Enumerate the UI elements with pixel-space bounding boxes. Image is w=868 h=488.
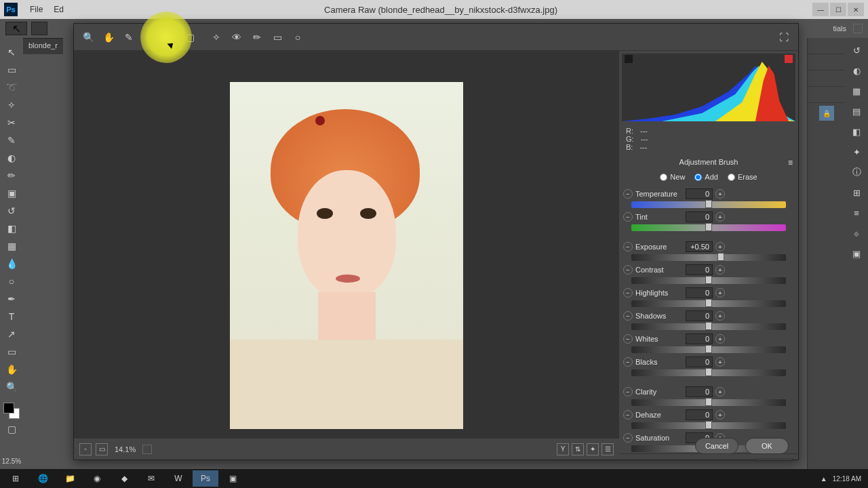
minus-icon[interactable]: − [623,433,633,443]
tray-up-icon[interactable]: ▲ [821,475,827,483]
stamp-tool[interactable]: ▣ [3,186,20,201]
menu-edit[interactable]: Ed [48,5,69,14]
slider-value[interactable]: 0 [686,211,713,222]
minus-icon[interactable]: − [623,288,633,298]
zoom-out-button[interactable]: ▫ [79,443,92,455]
mode-new[interactable]: New [660,173,685,181]
slider-track-whites[interactable] [631,346,786,353]
shape-tool[interactable]: ▭ [3,344,20,359]
app2-icon[interactable]: ▣ [220,470,245,487]
start-button[interactable]: ⊞ [3,470,28,487]
paths-icon[interactable]: ⟐ [850,226,863,240]
copy-button[interactable]: ✦ [587,443,599,455]
cr-spot-tool[interactable]: ✧ [209,30,224,45]
cr-graduated-filter[interactable]: ▭ [270,30,285,45]
marquee-tool[interactable]: ▭ [3,62,20,77]
minus-icon[interactable]: − [623,311,633,321]
cancel-button[interactable]: Cancel [695,438,738,454]
highlight-clip-icon[interactable] [785,55,793,63]
cr-radial-filter[interactable]: ○ [290,30,305,45]
slider-track-blacks[interactable] [631,369,786,376]
tool-preset[interactable]: ↖ [5,22,27,35]
layers-icon[interactable]: ▣ [850,247,863,260]
dodge-tool[interactable]: ○ [3,274,20,289]
close-button[interactable]: ✕ [848,3,864,16]
adjustments-icon[interactable]: ◧ [850,125,863,138]
lock-icon[interactable]: 🔒 [819,106,834,121]
libraries-icon[interactable]: ▤ [850,104,863,118]
before-after-button[interactable]: Y [557,443,569,455]
slider-value[interactable]: 0 [686,264,713,275]
swap-button[interactable]: ⇅ [572,443,584,455]
app-icon[interactable]: ◆ [111,470,137,487]
mode-add[interactable]: Add [694,173,718,181]
plus-icon[interactable]: + [715,387,725,396]
plus-icon[interactable]: + [715,265,725,274]
zoom-dropdown[interactable] [142,445,152,454]
plus-icon[interactable]: + [715,212,725,222]
settings-button[interactable]: ☰ [601,443,614,455]
slider-track-dehaze[interactable] [631,422,786,429]
minimize-button[interactable]: — [812,3,829,16]
type-tool[interactable]: T [3,309,20,324]
workspace-tab[interactable]: tials [829,23,850,34]
document-tab[interactable]: blonde_r [23,38,63,54]
minus-icon[interactable]: − [623,242,633,251]
zoom-tool[interactable]: 🔍 [3,380,20,394]
minus-icon[interactable]: − [623,265,633,274]
slider-value[interactable]: 0 [686,287,713,298]
channels-icon[interactable]: ≡ [850,206,863,220]
history-icon[interactable]: ↺ [850,43,863,57]
slider-track-exposure[interactable] [631,254,786,261]
slider-track-contrast[interactable] [631,277,786,284]
panel-row[interactable] [808,87,845,103]
cr-crop-tool[interactable]: ▢ [182,30,197,45]
blur-tool[interactable]: 💧 [3,256,20,271]
crop-tool[interactable]: ✂ [3,115,20,130]
panel-menu-icon[interactable]: ≡ [788,158,793,167]
shadow-clip-icon[interactable] [625,55,633,63]
slider-value[interactable]: 0 [686,409,713,420]
slider-value[interactable]: 0 [686,357,713,367]
cr-fullscreen-icon[interactable]: ⛶ [776,30,791,45]
lasso-tool[interactable]: ➰ [3,80,20,95]
ok-button[interactable]: OK [745,438,789,454]
cr-whitebalance-tool[interactable]: ✎ [121,30,136,45]
word-icon[interactable]: W [165,470,191,487]
system-tray[interactable]: ▲ 12:18 AM [821,475,865,483]
eyedropper-tool[interactable]: ✎ [3,133,20,148]
explorer-icon[interactable]: 📁 [57,470,83,487]
slider-track-clarity[interactable] [631,399,786,406]
slider-value[interactable]: +0.50 [686,241,713,252]
zoom-fit-button[interactable]: ▭ [96,443,108,455]
slider-value[interactable]: 0 [686,310,713,321]
minus-icon[interactable]: − [623,212,633,222]
minus-icon[interactable]: − [623,334,633,344]
minus-icon[interactable]: − [623,387,633,396]
gradient-tool[interactable]: ▦ [3,239,20,253]
plus-icon[interactable]: + [715,288,725,298]
swatches-icon[interactable]: ▦ [850,84,863,98]
workspace-dropdown[interactable] [853,24,863,33]
pen-tool[interactable]: ✒ [3,291,20,306]
history-brush-tool[interactable]: ↺ [3,203,20,218]
eraser-tool[interactable]: ◧ [3,221,20,236]
plus-icon[interactable]: + [715,357,725,367]
panel-row[interactable] [808,38,845,54]
wand-tool[interactable]: ✧ [3,98,20,113]
cr-zoom-tool[interactable]: 🔍 [81,30,96,45]
outlook-icon[interactable]: ✉ [138,470,164,487]
photoshop-taskbar-icon[interactable]: Ps [193,470,218,487]
info-icon[interactable]: ⓘ [850,165,863,179]
plus-icon[interactable]: + [715,242,725,251]
plus-icon[interactable]: + [715,189,725,199]
cr-preview-area[interactable]: ▫ ▭ 14.1% Y ⇅ ✦ ☰ [74,51,619,460]
plus-icon[interactable]: + [715,334,725,344]
maximize-button[interactable]: ☐ [830,3,846,16]
color-icon[interactable]: ◐ [850,64,863,77]
slider-value[interactable]: 0 [686,188,713,199]
plus-icon[interactable]: + [715,311,725,321]
cr-hand-tool[interactable]: ✋ [101,30,116,45]
color-swatches[interactable] [3,403,20,419]
chrome-icon[interactable]: ◉ [84,470,110,487]
